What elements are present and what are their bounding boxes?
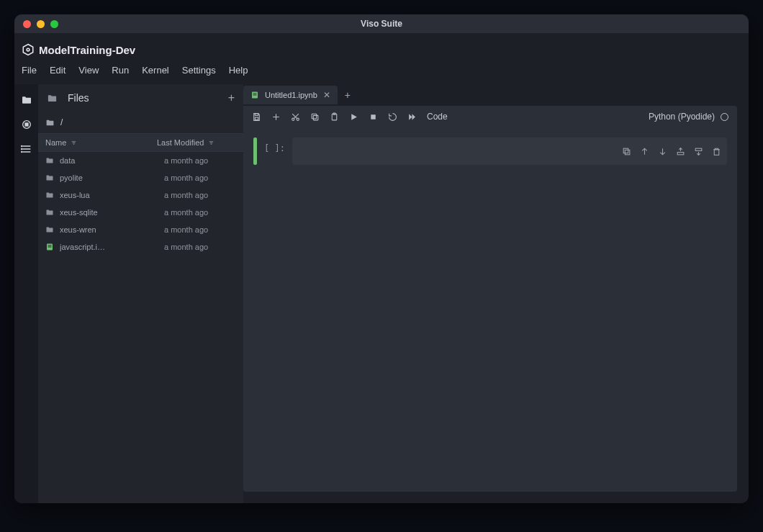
- restart-icon[interactable]: [388, 112, 397, 122]
- tab-active[interactable]: Untitled1.ipynb ✕: [243, 86, 338, 104]
- save-icon[interactable]: [252, 112, 261, 122]
- titlebar: Viso Suite: [14, 14, 749, 33]
- file-modified: a month ago: [164, 173, 236, 182]
- move-up-icon[interactable]: [640, 147, 649, 156]
- breadcrumb[interactable]: /: [38, 112, 243, 133]
- tab-bar: Untitled1.ipynb ✕ +: [243, 84, 737, 106]
- svg-rect-32: [625, 150, 630, 155]
- svg-point-1: [27, 48, 30, 51]
- file-name: pyolite: [60, 173, 158, 182]
- kernel-indicator[interactable]: Python (Pyodide): [649, 112, 728, 122]
- file-name: javascript.i…: [60, 243, 158, 251]
- svg-rect-24: [313, 115, 318, 120]
- sidebar-header: Files +: [38, 84, 243, 112]
- cell-actions: [622, 147, 721, 156]
- file-row[interactable]: javascript.i…a month ago: [38, 238, 243, 256]
- file-modified: a month ago: [164, 191, 236, 199]
- toc-activity-icon[interactable]: [21, 143, 32, 155]
- paste-icon[interactable]: [330, 112, 339, 122]
- svg-rect-16: [255, 113, 258, 115]
- insert-above-icon[interactable]: [676, 147, 685, 156]
- titlebar-title: Viso Suite: [14, 19, 749, 29]
- col-modified[interactable]: Last Modified: [157, 138, 236, 147]
- file-row[interactable]: xeus-sqlitea month ago: [38, 204, 243, 221]
- svg-rect-33: [623, 148, 628, 153]
- file-name: xeus-wren: [60, 225, 158, 234]
- cell-active-bar: [253, 137, 257, 165]
- folder-icon: [45, 118, 55, 127]
- stop-icon[interactable]: [369, 112, 378, 122]
- file-row[interactable]: xeus-luaa month ago: [38, 186, 243, 204]
- file-browser-sidebar: Files + / Name Last Modified dataa month…: [38, 84, 243, 503]
- menu-run[interactable]: Run: [112, 65, 129, 76]
- minimize-window-button[interactable]: [37, 20, 45, 28]
- sort-icon: [208, 140, 215, 146]
- file-name: xeus-lua: [60, 191, 158, 199]
- workspace-indicator[interactable]: ModelTraining-Dev: [22, 43, 741, 56]
- duplicate-cell-icon[interactable]: [622, 147, 631, 156]
- move-down-icon[interactable]: [658, 147, 667, 156]
- insert-below-icon[interactable]: [694, 147, 703, 156]
- svg-point-8: [21, 148, 22, 149]
- kernel-status-icon: [721, 113, 728, 121]
- file-columns-header: Name Last Modified: [38, 133, 243, 152]
- breadcrumb-path: /: [60, 117, 63, 127]
- file-modified: a month ago: [164, 225, 236, 234]
- file-row[interactable]: dataa month ago: [38, 152, 243, 169]
- delete-cell-icon[interactable]: [712, 147, 721, 156]
- kernel-name: Python (Pyodide): [649, 112, 715, 122]
- svg-marker-28: [351, 114, 357, 120]
- svg-rect-11: [48, 245, 52, 246]
- svg-rect-17: [255, 117, 258, 120]
- svg-marker-0: [23, 45, 33, 55]
- svg-marker-30: [409, 114, 412, 120]
- folder-icon: [45, 191, 54, 199]
- file-row[interactable]: xeus-wrena month ago: [38, 221, 243, 238]
- col-name[interactable]: Name: [45, 138, 157, 147]
- svg-rect-36: [677, 152, 684, 154]
- folder-icon: [45, 156, 54, 165]
- workspace-icon: [22, 43, 35, 56]
- file-modified: a month ago: [164, 208, 236, 217]
- window-controls: [14, 20, 58, 28]
- running-activity-icon[interactable]: [21, 119, 32, 130]
- menu-help[interactable]: Help: [229, 65, 248, 76]
- cell-prompt: [ ]:: [264, 137, 285, 153]
- menu-file[interactable]: File: [22, 65, 37, 76]
- run-icon[interactable]: [349, 112, 358, 122]
- cell-type-selector[interactable]: Code: [427, 112, 448, 122]
- header: ModelTraining-Dev File Edit View Run Ker…: [14, 33, 749, 84]
- sort-icon: [71, 140, 77, 146]
- sidebar-title: Files: [68, 92, 89, 104]
- close-window-button[interactable]: [23, 20, 31, 28]
- sidebar-title-group: Files: [47, 92, 89, 104]
- svg-rect-12: [48, 247, 52, 248]
- notebook-toolbar: Code Python (Pyodide): [243, 106, 737, 127]
- code-cell[interactable]: [ ]:: [253, 137, 727, 165]
- cell-input-area[interactable]: [292, 137, 727, 165]
- add-tab-button[interactable]: +: [338, 89, 358, 101]
- insert-cell-icon[interactable]: [271, 112, 281, 122]
- file-name: data: [60, 156, 158, 165]
- menu-settings[interactable]: Settings: [182, 65, 216, 76]
- main-area: Untitled1.ipynb ✕ + Code: [243, 84, 749, 503]
- maximize-window-button[interactable]: [50, 20, 58, 28]
- folder-activity-icon[interactable]: [21, 94, 32, 106]
- svg-rect-40: [714, 149, 719, 155]
- new-launcher-button[interactable]: +: [228, 91, 235, 104]
- copy-icon[interactable]: [310, 112, 320, 122]
- file-row[interactable]: pyolitea month ago: [38, 169, 243, 186]
- run-all-icon[interactable]: [407, 112, 417, 122]
- file-modified: a month ago: [164, 243, 236, 251]
- menu-kernel[interactable]: Kernel: [142, 65, 169, 76]
- svg-rect-38: [695, 148, 702, 150]
- cut-icon[interactable]: [291, 112, 300, 122]
- tab-label: Untitled1.ipynb: [265, 91, 317, 99]
- activity-bar: [14, 84, 38, 503]
- svg-rect-3: [25, 123, 28, 126]
- menu-edit[interactable]: Edit: [50, 65, 66, 76]
- svg-rect-14: [253, 94, 257, 94]
- menu-view[interactable]: View: [78, 65, 99, 76]
- close-tab-button[interactable]: ✕: [323, 90, 330, 100]
- svg-marker-31: [412, 114, 415, 120]
